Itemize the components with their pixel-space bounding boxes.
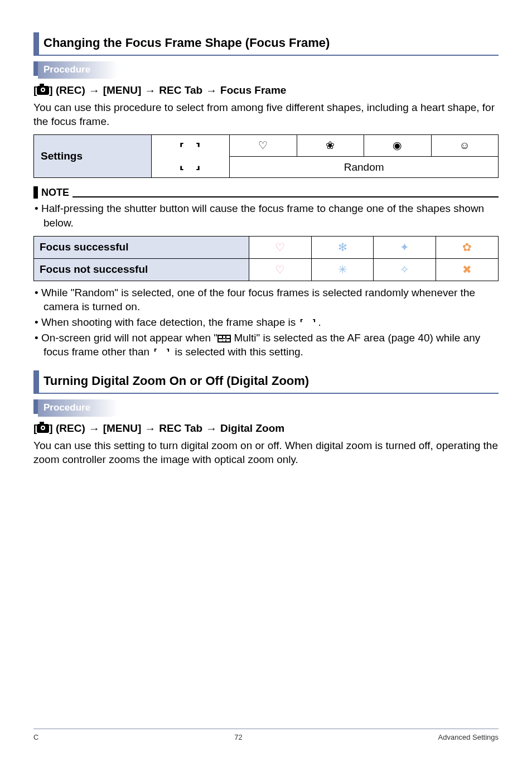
focus-s-3: ✦	[374, 236, 436, 258]
focus-success-label: Focus successful	[34, 236, 249, 258]
section2-title: Turning Digital Zoom On or Off (Digital …	[43, 370, 309, 393]
focus-s-4: ✿	[436, 236, 499, 258]
footer-right: Advanced Settings	[438, 732, 499, 742]
procedure-accent	[33, 61, 38, 76]
page-footer: C 72 Advanced Settings	[33, 729, 499, 742]
section1-intro: You can use this procedure to select fro…	[33, 100, 499, 129]
note-heading: NOTE	[33, 186, 499, 199]
menu-path-2: [] (REC) → [MENU] → REC Tab → Digital Zo…	[33, 421, 499, 436]
settings-label-cell: Settings	[34, 134, 152, 177]
heading-accent	[33, 370, 39, 393]
focus-f-3: ✧	[374, 258, 436, 281]
arrow-icon: →	[206, 83, 217, 98]
section2-heading: Turning Digital Zoom On or Off (Digital …	[33, 370, 499, 394]
focus-f-2: ✳	[311, 258, 374, 281]
arrow-icon: →	[89, 83, 100, 98]
section1-heading: Changing the Focus Frame Shape (Focus Fr…	[33, 32, 499, 56]
focus-result-table: Focus successful ♡ ✻ ✦ ✿ Focus not succe…	[33, 236, 499, 281]
note-bullet-2: While "Random" is selected, one of the f…	[35, 286, 499, 314]
arrow-icon: →	[89, 421, 100, 436]
arrow-icon: →	[144, 421, 156, 436]
settings-table: Settings ⸢ ⸣⸤ ⸥ ♡ ❀ ◉ ☺ Random	[33, 134, 499, 178]
focus-s-2: ✻	[311, 236, 374, 258]
focus-f-1: ♡	[249, 258, 312, 281]
note-rule	[72, 196, 499, 197]
bracket-frame-cell: ⸢ ⸣⸤ ⸥	[151, 134, 230, 177]
camera-icon	[37, 86, 49, 95]
arrow-icon: →	[206, 421, 217, 436]
menu-path-1: [] (REC) → [MENU] → REC Tab → Focus Fram…	[33, 83, 499, 98]
camera-icon	[37, 424, 49, 433]
focus-fail-label: Focus not successful	[34, 258, 249, 281]
section2-intro: You can use this setting to turn digital…	[33, 438, 499, 467]
note-accent	[33, 186, 38, 199]
procedure-label: Procedure	[38, 399, 118, 417]
focus-f-4: ✖	[436, 258, 499, 281]
note-list-2: While "Random" is selected, one of the f…	[35, 286, 499, 359]
section1-title: Changing the Focus Frame Shape (Focus Fr…	[43, 32, 330, 55]
procedure-block-1: Procedure	[33, 61, 499, 79]
procedure-accent	[33, 399, 38, 414]
note-label: NOTE	[41, 186, 69, 199]
footer-page: 72	[234, 732, 242, 742]
person-icon: ☺	[431, 134, 498, 156]
heart-icon: ♡	[230, 134, 297, 156]
note-bullet-1: Half-pressing the shutter button will ca…	[35, 201, 499, 230]
heading-accent	[33, 32, 39, 55]
procedure-block-2: Procedure	[33, 399, 499, 417]
procedure-label: Procedure	[38, 61, 118, 79]
grid-af-icon	[217, 335, 231, 343]
footer-left: C	[33, 732, 38, 742]
camera-shape-icon: ◉	[364, 134, 431, 156]
arrow-icon: →	[144, 83, 156, 98]
random-cell: Random	[230, 156, 499, 178]
note-list-1: Half-pressing the shutter button will ca…	[35, 201, 499, 230]
flower-icon: ❀	[297, 134, 364, 156]
note-bullet-3: When shooting with face detection, the f…	[35, 315, 499, 330]
focus-s-1: ♡	[249, 236, 312, 258]
note-bullet-4: On-screen grid will not appear when " Mu…	[35, 331, 499, 359]
